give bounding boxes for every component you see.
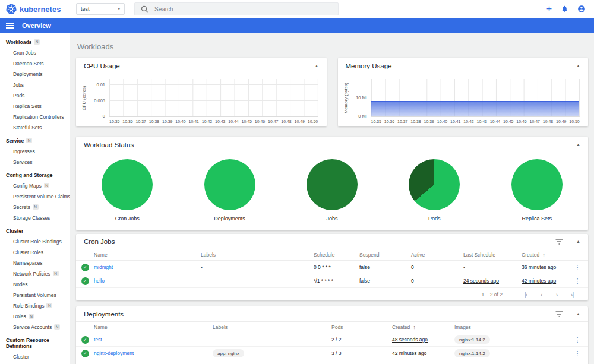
column-header[interactable]: Labels xyxy=(201,252,314,258)
namespaced-badge: N xyxy=(26,138,32,143)
user-account-icon[interactable] xyxy=(577,5,586,13)
create-resource-button[interactable]: + xyxy=(546,4,552,14)
card-title: Cron Jobs xyxy=(84,238,115,245)
sidebar-item-pods[interactable]: Pods xyxy=(0,90,70,101)
x-tick-label: 10:47 xyxy=(530,119,541,126)
column-header[interactable]: Name xyxy=(94,252,201,258)
row-menu-icon[interactable]: ⋮ xyxy=(567,264,588,271)
sidebar-item-daemon-sets[interactable]: Daemon Sets xyxy=(0,58,70,69)
sidebar-item-roles[interactable]: RolesN xyxy=(0,311,70,322)
sidebar-item-config-maps[interactable]: Config MapsN xyxy=(0,181,70,191)
search-icon xyxy=(141,5,148,13)
status-ok-icon: ✓ xyxy=(81,264,89,271)
pie-chart xyxy=(204,159,255,210)
filter-icon[interactable] xyxy=(555,239,563,245)
x-axis-labels: 10:3510:3610:3710:3810:3910:4010:4110:42… xyxy=(109,117,318,126)
sidebar-item-services[interactable]: Services xyxy=(0,157,70,167)
hamburger-menu-icon[interactable] xyxy=(6,23,14,29)
row-menu-icon[interactable]: ⋮ xyxy=(567,350,588,357)
x-axis-labels: 10:3510:3610:3710:3810:3910:4010:4110:42… xyxy=(371,117,580,126)
sidebar-item-role-bindings[interactable]: Role BindingsN xyxy=(0,300,70,311)
collapse-icon[interactable]: ▲ xyxy=(576,64,580,68)
namespace-selector[interactable]: test ▾ xyxy=(76,3,125,15)
sort-ascending-icon: ↑ xyxy=(413,324,416,330)
namespaced-badge: N xyxy=(34,39,40,45)
filter-icon[interactable] xyxy=(555,311,563,317)
created-cell[interactable]: 36 minutes ago xyxy=(522,264,567,270)
y-tick-label: 0 Mi xyxy=(358,113,366,119)
memory-usage-area-series xyxy=(371,101,580,116)
column-header[interactable]: Pods xyxy=(331,324,392,330)
sidebar-item-nodes[interactable]: Nodes xyxy=(0,279,70,290)
column-header-created[interactable]: Created↑ xyxy=(392,324,454,330)
column-header[interactable]: Last Schedule xyxy=(463,252,522,258)
sidebar-item-cluster-role-bindings[interactable]: Cluster Role Bindings xyxy=(0,236,70,247)
namespaced-badge: N xyxy=(29,314,34,319)
deployment-name-link[interactable]: nginx-deployment xyxy=(94,350,213,356)
column-header[interactable]: Labels xyxy=(213,324,331,330)
column-header[interactable]: Suspend xyxy=(359,252,411,258)
x-tick-label: 10:48 xyxy=(543,119,554,126)
sidebar-item-persistent-volumes[interactable]: Persistent Volumes xyxy=(0,290,70,300)
sidebar-item-cron-jobs[interactable]: Cron Jobs xyxy=(0,48,70,58)
sidebar-item-service-accounts[interactable]: Service AccountsN xyxy=(0,322,70,333)
workload-status-card: Workload Status ▲ Cron Jobs Deployments … xyxy=(76,137,588,230)
cron-jobs-card: Cron Jobs ▲ Name Labels Schedule Suspend… xyxy=(76,234,588,300)
pods-cell: 2 / 2 xyxy=(331,337,392,343)
kubernetes-logo[interactable]: kubernetes xyxy=(0,4,70,14)
pie-label: Pods xyxy=(428,216,441,221)
sidebar-item-stateful-sets[interactable]: Stateful Sets xyxy=(0,122,70,133)
pie-pods: Pods xyxy=(409,159,460,221)
sidebar-section-cluster: Cluster xyxy=(0,223,70,236)
sidebar-item-network-policies[interactable]: Network PoliciesN xyxy=(0,268,70,279)
search-bar[interactable] xyxy=(134,2,339,15)
row-menu-icon[interactable]: ⋮ xyxy=(567,336,588,344)
sidebar-item-replication-controllers[interactable]: Replication Controllers xyxy=(0,112,70,122)
collapse-icon[interactable]: ▲ xyxy=(576,312,580,316)
table-row: ✓ nginx-deployment app: nginx 3 / 3 42 m… xyxy=(76,347,588,360)
sidebar-item-replica-sets[interactable]: Replica Sets xyxy=(0,101,70,112)
created-cell[interactable]: 48 seconds ago xyxy=(392,337,454,343)
collapse-icon[interactable]: ▲ xyxy=(576,239,580,243)
x-tick-label: 10:43 xyxy=(477,119,488,126)
pie-label: Cron Jobs xyxy=(115,216,140,221)
pagination-range: 1 – 2 of 2 xyxy=(482,292,503,297)
column-header[interactable]: Schedule xyxy=(314,252,359,258)
collapse-icon[interactable]: ▲ xyxy=(315,64,319,68)
created-cell[interactable]: 42 minutes ago xyxy=(522,278,567,284)
image-chip: nginx:1.14.2 xyxy=(454,335,490,344)
sidebar-item-storage-classes[interactable]: Storage Classes xyxy=(0,213,70,223)
created-cell[interactable]: 42 minutes ago xyxy=(392,350,454,356)
search-input[interactable] xyxy=(154,6,332,12)
sidebar-item-ingresses[interactable]: Ingresses xyxy=(0,146,70,157)
last-schedule-cell[interactable]: 24 seconds ago xyxy=(463,278,522,284)
sidebar-item-deployments[interactable]: Deployments xyxy=(0,69,70,80)
cronjob-name-link[interactable]: hello xyxy=(94,278,201,284)
kubernetes-wheel-icon xyxy=(6,4,17,14)
row-menu-icon[interactable]: ⋮ xyxy=(567,277,588,285)
sidebar-item-persistent-volume-claims[interactable]: Persistent Volume ClaimsN xyxy=(0,191,70,202)
labels-cell: - xyxy=(201,278,314,284)
column-header-created[interactable]: Created↑ xyxy=(522,252,567,258)
sidebar-item-crd-cluster[interactable]: Cluster xyxy=(0,352,70,362)
notifications-bell-icon[interactable] xyxy=(561,5,568,13)
column-header[interactable]: Images xyxy=(454,324,567,330)
deployment-name-link[interactable]: test xyxy=(94,337,213,343)
schedule-cell: 0 0 * * * xyxy=(314,264,359,270)
first-page-button[interactable]: |‹ xyxy=(518,291,533,298)
column-header[interactable]: Active xyxy=(411,252,463,258)
sidebar-item-namespaces[interactable]: Namespaces xyxy=(0,258,70,268)
last-schedule-cell[interactable]: - xyxy=(463,264,522,270)
column-header[interactable]: Name xyxy=(94,324,213,330)
sidebar-item-cluster-roles[interactable]: Cluster Roles xyxy=(0,247,70,258)
schedule-cell: */1 * * * * xyxy=(314,278,359,284)
previous-page-button[interactable]: ‹ xyxy=(533,291,549,298)
last-page-button[interactable]: ›| xyxy=(564,291,580,298)
table-header-row: Name Labels Schedule Suspend Active Last… xyxy=(76,249,588,261)
cronjob-name-link[interactable]: midnight xyxy=(94,264,201,270)
sidebar-item-secrets[interactable]: SecretsN xyxy=(0,202,70,213)
memory-usage-card: Memory Usage ▲ Memory (bytes) 10 Mi 0 Mi xyxy=(338,58,589,126)
next-page-button[interactable]: › xyxy=(549,291,564,298)
collapse-icon[interactable]: ▲ xyxy=(576,143,580,147)
sidebar-item-jobs[interactable]: Jobs xyxy=(0,80,70,90)
